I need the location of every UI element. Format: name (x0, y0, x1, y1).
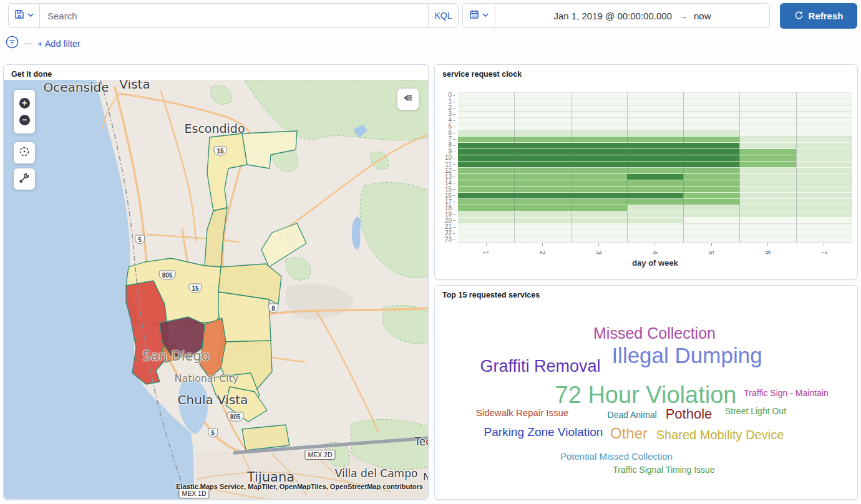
heatmap-cell[interactable] (458, 180, 514, 187)
heatmap-cell[interactable] (739, 112, 795, 118)
heatmap-cell[interactable] (683, 211, 739, 218)
heatmap-cell[interactable] (796, 118, 852, 124)
heatmap-cell[interactable] (739, 99, 795, 105)
heatmap-cell[interactable] (739, 180, 795, 187)
heatmap-cell[interactable] (514, 155, 570, 162)
heatmap-cell[interactable] (739, 211, 795, 218)
heatmap-cell[interactable] (796, 180, 852, 187)
tagcloud-word[interactable]: Potential Missed Collection (560, 451, 673, 462)
heatmap-cell[interactable] (683, 224, 739, 230)
heatmap-cell[interactable] (683, 99, 739, 105)
heatmap-cell[interactable] (514, 93, 570, 99)
heatmap-cell[interactable] (739, 149, 795, 155)
heatmap-cell[interactable] (571, 168, 627, 174)
heatmap-cell[interactable] (796, 162, 852, 168)
heatmap-cell[interactable] (458, 143, 514, 149)
heatmap-cell[interactable] (627, 105, 683, 112)
heatmap-cell[interactable] (458, 93, 514, 99)
heatmap-cell[interactable] (739, 130, 795, 137)
heatmap-cell[interactable] (683, 137, 739, 143)
heatmap-cell[interactable] (796, 211, 852, 218)
heatmap-cell[interactable] (796, 130, 852, 137)
heatmap-cell[interactable] (796, 155, 852, 162)
heatmap-cell[interactable] (739, 224, 795, 230)
tagcloud-word[interactable]: 72 Hour Violation (555, 382, 737, 409)
heatmap-cell[interactable] (627, 112, 683, 118)
heatmap-cell[interactable] (458, 130, 514, 137)
heatmap-cell[interactable] (796, 199, 852, 205)
heatmap-cell[interactable] (571, 236, 627, 243)
heatmap-cell[interactable] (571, 211, 627, 218)
heatmap-cell[interactable] (627, 124, 683, 130)
heatmap-cell[interactable] (796, 124, 852, 130)
heatmap-cell[interactable] (627, 174, 683, 180)
heatmap-cell[interactable] (571, 155, 627, 162)
heatmap-cell[interactable] (571, 99, 627, 105)
heatmap-cell[interactable] (514, 130, 570, 137)
heatmap-cell[interactable] (683, 105, 739, 112)
map-canvas[interactable]: OceansideVistaEscondidoSan DiegoNational… (4, 80, 428, 499)
heatmap-cell[interactable] (739, 230, 795, 236)
heatmap-cell[interactable] (739, 143, 795, 149)
heatmap-cell[interactable] (458, 155, 514, 162)
heatmap-cell[interactable] (571, 137, 627, 143)
heatmap-cell[interactable] (458, 118, 514, 124)
refresh-button[interactable]: Refresh (780, 3, 857, 29)
heatmap-cell[interactable] (683, 174, 739, 180)
heatmap-cell[interactable] (796, 168, 852, 174)
heatmap-cell[interactable] (627, 193, 683, 199)
heatmap-cell[interactable] (627, 211, 683, 218)
tagcloud-word[interactable]: Illegal Dumping (611, 343, 762, 368)
heatmap-cell[interactable] (514, 180, 570, 187)
filter-icon[interactable] (5, 35, 19, 52)
heatmap-cell[interactable] (514, 137, 570, 143)
heatmap-cell[interactable] (739, 105, 795, 112)
heatmap-cell[interactable] (683, 118, 739, 124)
heatmap-cell[interactable] (683, 112, 739, 118)
heatmap-cell[interactable] (796, 99, 852, 105)
tagcloud-word[interactable]: Pothole (666, 406, 713, 422)
heatmap-cell[interactable] (571, 180, 627, 187)
heatmap-cell[interactable] (571, 143, 627, 149)
heatmap-cell[interactable] (627, 168, 683, 174)
heatmap-cell[interactable] (514, 205, 570, 211)
heatmap-cell[interactable] (683, 180, 739, 187)
heatmap-cell[interactable] (458, 105, 514, 112)
heatmap-cell[interactable] (683, 230, 739, 236)
heatmap-cell[interactable] (458, 193, 514, 199)
heatmap-cell[interactable] (571, 205, 627, 211)
heatmap-cell[interactable] (571, 174, 627, 180)
heatmap-cell[interactable] (796, 236, 852, 243)
tools-button[interactable] (14, 168, 35, 190)
heatmap-cell[interactable] (739, 137, 795, 143)
heatmap-cell[interactable] (627, 218, 683, 224)
heatmap-cell[interactable] (683, 199, 739, 205)
heatmap-cell[interactable] (571, 193, 627, 199)
heatmap-cell[interactable] (627, 155, 683, 162)
heatmap-cell[interactable] (739, 187, 795, 193)
heatmap-cell[interactable] (627, 149, 683, 155)
heatmap-cell[interactable] (514, 168, 570, 174)
heatmap-cell[interactable] (514, 174, 570, 180)
heatmap-cell[interactable] (683, 218, 739, 224)
heatmap-cell[interactable] (627, 137, 683, 143)
heatmap-cell[interactable] (458, 224, 514, 230)
heatmap-cell[interactable] (627, 143, 683, 149)
heatmap-cell[interactable] (739, 205, 795, 211)
heatmap-cell[interactable] (627, 199, 683, 205)
heatmap-cell[interactable] (683, 162, 739, 168)
heatmap-cell[interactable] (458, 112, 514, 118)
heatmap-cell[interactable] (571, 112, 627, 118)
heatmap-cell[interactable] (683, 205, 739, 211)
heatmap-cell[interactable] (683, 130, 739, 137)
heatmap-cell[interactable] (514, 218, 570, 224)
tagcloud-word[interactable]: Missed Collection (593, 324, 716, 342)
zoom-out-button[interactable]: − (19, 115, 30, 125)
heatmap-cell[interactable] (571, 124, 627, 130)
heatmap-cell[interactable] (739, 174, 795, 180)
heatmap-cell[interactable] (796, 224, 852, 230)
heatmap-cell[interactable] (796, 112, 852, 118)
heatmap-cell[interactable] (739, 155, 795, 162)
heatmap-cell[interactable] (571, 105, 627, 112)
heatmap-cell[interactable] (683, 236, 739, 243)
